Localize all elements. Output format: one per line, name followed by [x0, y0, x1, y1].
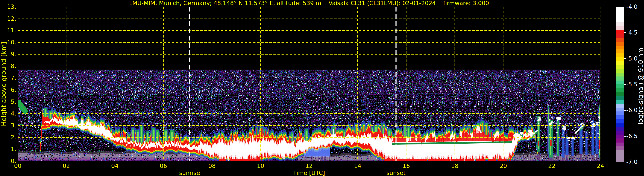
colorbar-segment	[616, 146, 624, 150]
y-tick-label: 2.	[0, 134, 16, 141]
colorbar-tick-mark	[624, 6, 626, 7]
x-axis-title: Time [UTC]	[18, 170, 600, 176]
y-tick-label: 11.	[0, 27, 16, 34]
colorbar-segment	[616, 100, 624, 104]
colorbar-segment	[616, 135, 624, 139]
colorbar-segment	[616, 84, 624, 88]
x-tick-label: 10	[252, 163, 269, 169]
colorbar-segment	[616, 65, 624, 69]
heatmap-canvas	[18, 7, 600, 161]
x-tick-label: 24	[592, 163, 609, 169]
colorbar-segment	[616, 123, 624, 127]
colorbar-tick-mark	[624, 110, 626, 111]
colorbar-tick-mark	[624, 58, 626, 59]
colorbar-segment	[616, 46, 624, 49]
x-tick-label: 16	[398, 163, 415, 169]
colorbar-segment	[616, 150, 624, 162]
colorbar-segment	[616, 30, 624, 34]
y-tick-label: 7.	[0, 75, 16, 82]
y-tick-label: 8.	[0, 63, 16, 70]
y-tick-label: 4.	[0, 110, 16, 117]
colorbar-segment	[616, 38, 624, 42]
colorbar-segment	[616, 77, 624, 80]
x-tick-label: 04	[106, 163, 124, 169]
colorbar-tick-mark	[624, 84, 626, 85]
x-tick-label: 00	[9, 163, 26, 169]
colorbar-segment	[616, 92, 624, 96]
colorbar-tick-label: -4.5	[626, 29, 643, 36]
colorbar-tick-mark	[624, 136, 626, 137]
y-tick-label: 10.	[0, 39, 16, 46]
colorbar-segment	[616, 61, 624, 65]
colorbar-tick-label: -4.0	[626, 3, 643, 10]
colorbar-segment	[616, 115, 624, 119]
colorbar-segment	[616, 131, 624, 135]
chart-title: LMU-MIM, Munich, Germany; 48.148° N 11.5…	[18, 0, 600, 6]
x-tick-label: 18	[446, 163, 463, 169]
y-tick-label: 3.	[0, 122, 16, 129]
x-tick-label: 02	[58, 163, 75, 169]
colorbar-segment	[616, 34, 624, 38]
sunrise-label: sunrise	[166, 170, 213, 176]
colorbar-segment	[616, 88, 624, 92]
x-tick-label: 12	[300, 163, 318, 169]
colorbar-segment	[616, 111, 624, 115]
colorbar-segment	[616, 7, 624, 22]
colorbar-segment	[616, 57, 624, 61]
colorbar-tick-label: -6.5	[626, 133, 643, 140]
y-tick-label: 1.	[0, 146, 16, 153]
colorbar-segment	[616, 22, 624, 26]
x-tick-label: 14	[349, 163, 366, 169]
x-tick-label: 08	[203, 163, 220, 169]
colorbar-tick-mark	[624, 32, 626, 33]
colorbar	[616, 7, 624, 162]
colorbar-title: log(rc-signal) @ 910 nm	[637, 48, 644, 125]
x-tick-label: 22	[544, 163, 560, 169]
colorbar-segment	[616, 81, 624, 84]
colorbar-segment	[616, 104, 624, 108]
y-tick-label: 6.	[0, 87, 16, 93]
colorbar-segment	[616, 108, 624, 111]
colorbar-segment	[616, 69, 624, 73]
colorbar-segment	[616, 42, 624, 46]
colorbar-segment	[616, 143, 624, 146]
y-tick-label: 12.	[0, 15, 16, 22]
x-tick-label: 06	[155, 163, 172, 169]
y-tick-label: 5.	[0, 98, 16, 105]
colorbar-segment	[616, 49, 624, 53]
colorbar-tick-label: -7.0	[626, 159, 643, 165]
colorbar-segment	[616, 139, 624, 142]
colorbar-segment	[616, 53, 624, 57]
sunset-label: sunset	[372, 170, 420, 176]
y-tick-label: 13.	[0, 3, 16, 10]
colorbar-segment	[616, 26, 624, 30]
chart-root: LMU-MIM, Munich, Germany; 48.148° N 11.5…	[0, 0, 644, 176]
colorbar-segment	[616, 73, 624, 77]
colorbar-segment	[616, 96, 624, 100]
colorbar-tick-mark	[624, 162, 626, 162]
colorbar-segment	[616, 127, 624, 131]
colorbar-segment	[616, 119, 624, 123]
x-tick-label: 20	[495, 163, 512, 169]
y-tick-label: 9.	[0, 51, 16, 58]
